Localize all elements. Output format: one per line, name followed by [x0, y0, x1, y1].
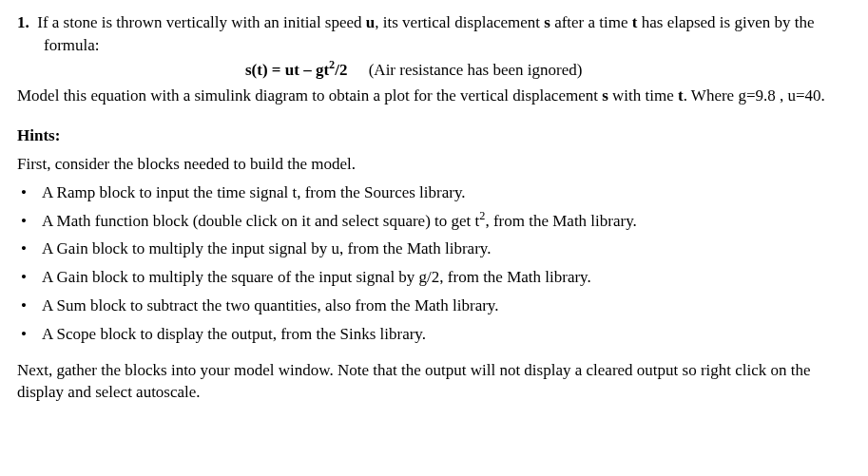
intro-text-3: after a time — [550, 13, 632, 31]
intro-var-u: u — [366, 13, 375, 31]
hint-text: A Gain block to multiply the square of t… — [42, 268, 591, 286]
bullet-icon: • — [21, 181, 27, 204]
list-item: • A Gain block to multiply the input sig… — [17, 238, 851, 260]
hint-text: A Gain block to multiply the input signa… — [42, 239, 491, 257]
list-item: • A Math function block (double click on… — [17, 210, 851, 233]
bullet-icon: • — [21, 210, 27, 233]
bullet-icon: • — [21, 266, 27, 289]
bullet-icon: • — [21, 323, 27, 346]
intro-text-1: If a stone is thrown vertically with an … — [37, 13, 366, 31]
bullet-icon: • — [21, 238, 27, 260]
formula-note: (Air resistance has been ignored) — [369, 61, 583, 79]
question-intro: 1. If a stone is thrown vertically with … — [44, 11, 851, 57]
hints-list: • A Ramp block to input the time signal … — [17, 181, 851, 346]
question-number: 1. — [17, 13, 29, 31]
formula-line: s(t) = ut – gt2/2 (Air resistance has be… — [17, 59, 851, 82]
list-item: • A Scope block to display the output, f… — [17, 323, 851, 346]
question-body: Model this equation with a simulink diag… — [17, 85, 851, 107]
hint-text: A Scope block to display the output, fro… — [42, 325, 426, 343]
hint-text: A Sum block to subtract the two quantiti… — [42, 296, 498, 314]
bullet-icon: • — [21, 295, 27, 317]
list-item: • A Sum block to subtract the two quanti… — [17, 295, 851, 317]
formula: s(t) = ut – gt2/2 — [245, 61, 347, 79]
hints-heading: Hints: — [17, 124, 851, 147]
hint-text: A Math function block (double click on i… — [42, 212, 637, 230]
list-item: • A Gain block to multiply the square of… — [17, 266, 851, 289]
list-item: • A Ramp block to input the time signal … — [17, 181, 851, 204]
hints-closing: Next, gather the blocks into your model … — [17, 359, 851, 405]
hints-intro: First, consider the blocks needed to bui… — [17, 153, 851, 176]
hint-text: A Ramp block to input the time signal t,… — [42, 183, 466, 201]
intro-text-2: , its vertical displacement — [375, 13, 544, 31]
intro-var-s: s — [544, 13, 550, 31]
